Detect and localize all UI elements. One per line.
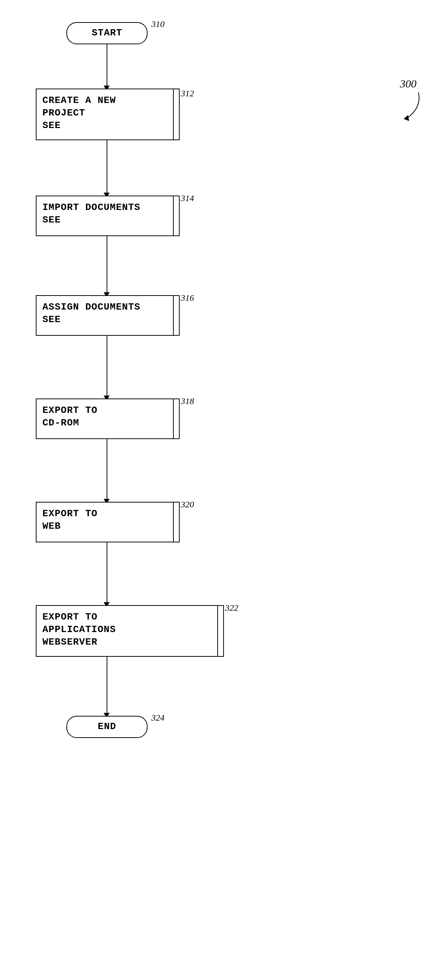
step-320-label: EXPORT TO WEB xyxy=(37,503,179,538)
ref-318: 318 xyxy=(181,396,194,406)
curved-arrow-300 xyxy=(392,89,426,122)
ref-312: 312 xyxy=(181,89,194,99)
arrow-5 xyxy=(106,439,107,501)
step-314-label: IMPORT DOCUMENTS SEE xyxy=(37,196,179,232)
step-316-box: ASSIGN DOCUMENTS SEE xyxy=(36,295,179,336)
step-322-label: EXPORT TO APPLICATIONS WEBSERVER xyxy=(37,606,223,654)
step-318-label: EXPORT TO CD-ROM xyxy=(37,399,179,435)
start-label: START xyxy=(92,27,122,40)
step-318-box: EXPORT TO CD-ROM xyxy=(36,398,179,439)
step-322-box: EXPORT TO APPLICATIONS WEBSERVER xyxy=(36,605,224,657)
arrow-3 xyxy=(106,236,107,294)
ref-324: 324 xyxy=(151,713,165,723)
arrow-1 xyxy=(106,44,107,88)
flowchart-diagram: 300 START 310 CREATE A NEW PROJECT SEE 3… xyxy=(0,0,446,980)
ref-316: 316 xyxy=(181,293,194,303)
step-312-box: CREATE A NEW PROJECT SEE xyxy=(36,89,179,140)
arrow-6 xyxy=(106,542,107,605)
svg-marker-0 xyxy=(403,115,409,121)
step-320-box: EXPORT TO WEB xyxy=(36,502,179,542)
ref-300-label: 300 xyxy=(400,78,416,90)
arrow-2 xyxy=(106,140,107,195)
ref-322: 322 xyxy=(225,603,238,613)
arrow-7 xyxy=(106,657,107,715)
step-312-label: CREATE A NEW PROJECT SEE xyxy=(37,89,179,137)
start-node: START xyxy=(67,22,148,44)
ref-310: 310 xyxy=(151,19,165,29)
end-node: END xyxy=(67,716,148,738)
arrow-4 xyxy=(106,336,107,398)
ref-320: 320 xyxy=(181,500,194,509)
step-314-box: IMPORT DOCUMENTS SEE xyxy=(36,196,179,236)
ref-314: 314 xyxy=(181,193,194,203)
end-label: END xyxy=(98,721,116,733)
step-316-label: ASSIGN DOCUMENTS SEE xyxy=(37,296,179,331)
